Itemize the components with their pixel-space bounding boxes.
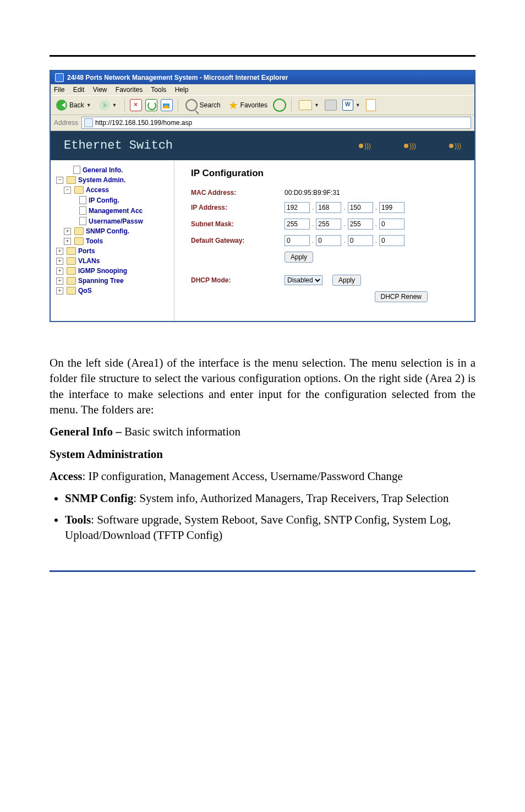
discuss-button[interactable]	[366, 99, 376, 111]
address-bar: Address http://192.168.150.199/home.asp	[51, 115, 474, 131]
tree-ip-config[interactable]: IP Config.	[56, 195, 172, 205]
tree-general-info[interactable]: General Info.	[56, 165, 172, 175]
favorites-button[interactable]: ★Favorites	[226, 99, 270, 111]
page-icon	[73, 166, 80, 174]
address-url: http://192.168.150.199/home.asp	[95, 119, 192, 127]
dhcp-mode-select[interactable]: Disabled	[285, 275, 322, 285]
tree-username-password[interactable]: Username/Passw	[56, 216, 172, 226]
banner-title: Ethernet Switch	[64, 139, 173, 152]
mask-octet-1[interactable]	[285, 219, 310, 230]
tree-system-admin[interactable]: −System Admin.	[56, 175, 172, 185]
folder-closed-icon	[67, 257, 76, 265]
gw-octet-2[interactable]	[316, 235, 341, 246]
toolbar: Back ▼ ▼ × Search ★Favorites ▼ W▼	[51, 95, 474, 115]
expand-icon[interactable]: +	[56, 277, 63, 285]
collapse-icon[interactable]: −	[64, 187, 71, 194]
main-panel: IP Configuration MAC Address: 00:D0:95:B…	[174, 160, 474, 321]
list-item-tools: Tools: Software upgrade, System Reboot, …	[65, 512, 475, 543]
paragraph-intro: On the left side (Area1) of the interfac…	[50, 355, 475, 417]
document-body: On the left side (Area1) of the interfac…	[50, 355, 475, 543]
ip-address-label: IP Address:	[191, 204, 285, 211]
expand-icon[interactable]: +	[64, 238, 71, 245]
gw-octet-1[interactable]	[285, 235, 310, 246]
wireless-icon: )))	[404, 142, 416, 150]
address-label: Address	[54, 119, 78, 127]
gw-octet-3[interactable]	[348, 235, 373, 246]
collapse-icon[interactable]: −	[56, 177, 63, 184]
wireless-icon: )))	[449, 142, 461, 150]
mail-button[interactable]: ▼	[297, 99, 321, 111]
tree-spanning-tree[interactable]: +Spanning Tree	[56, 276, 172, 286]
mac-address-label: MAC Address:	[191, 189, 285, 197]
menu-favorites[interactable]: Favorites	[116, 86, 143, 94]
banner-wireless-icons: ))) ))) )))	[359, 142, 461, 150]
star-icon: ★	[228, 100, 238, 110]
nav-tree: General Info. −System Admin. −Access IP …	[51, 160, 174, 321]
folder-closed-icon	[67, 287, 76, 295]
ie-icon	[55, 73, 64, 82]
subnet-mask-label: Subnet Mask:	[191, 220, 285, 228]
folder-open-icon	[67, 176, 76, 184]
paragraph-general-info: General Info – Basic switch information	[50, 424, 475, 439]
gw-octet-4[interactable]	[379, 235, 404, 246]
mask-octet-4[interactable]	[379, 219, 404, 230]
history-button[interactable]	[273, 99, 286, 112]
ip-octet-3[interactable]	[348, 202, 373, 213]
dhcp-renew-button[interactable]: DHCP Renew	[375, 291, 428, 302]
tree-vlans[interactable]: +VLANs	[56, 256, 172, 266]
menu-file[interactable]: File	[54, 86, 64, 94]
menu-bar: File Edit View Favorites Tools Help	[51, 84, 474, 95]
default-gateway-label: Default Gateway:	[191, 237, 285, 244]
tree-access[interactable]: −Access	[56, 185, 172, 195]
back-button[interactable]: Back ▼	[54, 99, 94, 112]
word-icon: W	[342, 100, 353, 111]
page-icon	[84, 118, 93, 127]
print-button[interactable]	[325, 100, 337, 111]
expand-icon[interactable]: +	[56, 248, 63, 255]
tree-ports[interactable]: +Ports	[56, 246, 172, 256]
tree-management-access[interactable]: Management Acc	[56, 205, 172, 216]
address-input[interactable]: http://192.168.150.199/home.asp	[81, 117, 471, 129]
forward-button[interactable]: ▼	[97, 99, 119, 112]
forward-icon	[99, 100, 110, 111]
mask-octet-2[interactable]	[316, 219, 341, 230]
folder-closed-icon	[67, 277, 76, 285]
feature-list: SNMP Config: System info, Authorized Man…	[50, 491, 475, 543]
menu-edit[interactable]: Edit	[73, 86, 85, 94]
ip-octet-1[interactable]	[285, 202, 310, 213]
mask-octet-3[interactable]	[348, 219, 373, 230]
menu-help[interactable]: Help	[175, 86, 189, 94]
tree-igmp-snooping[interactable]: +IGMP Snooping	[56, 266, 172, 276]
list-item-snmp: SNMP Config: System info, Authorized Man…	[65, 491, 475, 506]
folder-closed-icon	[67, 247, 76, 255]
menu-view[interactable]: View	[93, 86, 107, 94]
tree-qos[interactable]: +QoS	[56, 286, 172, 296]
dhcp-mode-label: DHCP Mode:	[191, 276, 285, 284]
home-button[interactable]	[161, 99, 173, 111]
expand-icon[interactable]: +	[64, 228, 71, 235]
window-title: 24/48 Ports Network Management System - …	[67, 74, 288, 81]
mail-icon	[299, 100, 312, 110]
ip-octet-4[interactable]	[379, 202, 404, 213]
search-icon	[185, 99, 198, 111]
expand-icon[interactable]: +	[56, 268, 63, 275]
page-icon	[79, 217, 86, 225]
apply-dhcp-button[interactable]: Apply	[332, 275, 361, 286]
expand-icon[interactable]: +	[56, 258, 63, 265]
tree-snmp-config[interactable]: +SNMP Config.	[56, 226, 172, 236]
ip-octet-2[interactable]	[316, 202, 341, 213]
stop-button[interactable]: ×	[130, 99, 142, 111]
apply-ip-button[interactable]: Apply	[285, 252, 313, 263]
folder-open-icon	[74, 186, 84, 194]
search-button[interactable]: Search	[183, 98, 223, 112]
back-icon	[56, 100, 67, 111]
expand-icon[interactable]: +	[56, 287, 63, 295]
refresh-button[interactable]	[145, 99, 157, 111]
menu-tools[interactable]: Tools	[151, 86, 166, 94]
edit-in-button[interactable]: W▼	[340, 99, 363, 112]
folder-closed-icon	[74, 227, 84, 235]
folder-closed-icon	[67, 267, 76, 275]
mac-address-value: 00:D0:95:B9:9F:31	[285, 189, 340, 197]
tree-tools[interactable]: +Tools	[56, 236, 172, 246]
page-icon	[79, 196, 86, 204]
